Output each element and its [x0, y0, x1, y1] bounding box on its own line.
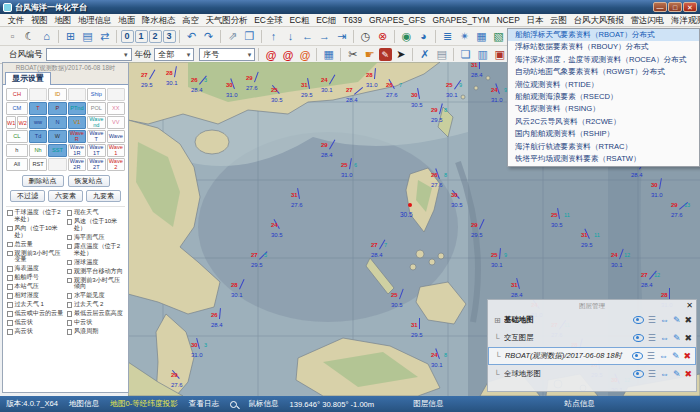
dropdown-menu-item[interactable]: 飞机探测资料（RSING）: [508, 103, 699, 115]
home-icon[interactable]: ⌂: [39, 29, 55, 44]
checkbox-item[interactable]: 低云或中云的云量: [6, 310, 66, 317]
menu-item-高空[interactable]: 高空: [179, 15, 203, 26]
checkbox[interactable]: [7, 251, 13, 257]
maximize-button[interactable]: □: [668, 2, 682, 12]
view-2-icon[interactable]: 2: [149, 30, 162, 43]
layer-row[interactable]: └全球地形图☰⇔✎✖: [488, 365, 696, 383]
checkbox-item[interactable]: 中云状: [66, 319, 126, 326]
checkbox[interactable]: [67, 269, 73, 275]
checkbox-item[interactable]: 过去天气 1: [6, 301, 66, 308]
search-icon[interactable]: [230, 401, 237, 408]
checkbox[interactable]: [7, 302, 13, 308]
night-mode-icon[interactable]: ☾: [22, 29, 38, 44]
dropdown-menu-item[interactable]: 国内船舶观测资料（RSHIP）: [508, 128, 699, 140]
element-button-cl[interactable]: CL: [6, 130, 28, 143]
step-left-icon[interactable]: ←: [300, 29, 316, 44]
element-button-all[interactable]: All: [6, 158, 28, 171]
station-grid-icon[interactable]: ▦: [321, 47, 337, 62]
step-right-icon[interactable]: →: [317, 29, 333, 44]
element-button-vv[interactable]: VV: [107, 116, 125, 129]
layer-order-icon[interactable]: ☰: [647, 351, 655, 361]
zoom-to-layer-icon[interactable]: ⇔: [660, 369, 669, 379]
edit-layer-icon[interactable]: ✎: [673, 315, 681, 325]
element-button-h[interactable]: h: [6, 144, 28, 157]
element-button-wave[interactable]: Wave: [107, 130, 125, 143]
checkbox-item[interactable]: 观测前3小时气压倾向: [66, 277, 126, 291]
menu-item-云图[interactable]: 云图: [547, 15, 571, 26]
element-button-wave-1r[interactable]: Wave 1R: [68, 144, 86, 157]
new-document-icon[interactable]: ❏: [458, 47, 474, 62]
visibility-eye-icon[interactable]: [633, 370, 644, 378]
dropdown-menu-item[interactable]: 铁塔平均场观测资料要素（RSATW）: [508, 153, 699, 165]
layer-stack-icon[interactable]: ≣: [440, 29, 456, 44]
edit-layer-icon[interactable]: ✎: [673, 369, 681, 379]
checkbox[interactable]: [7, 210, 13, 216]
checkbox-item[interactable]: 船舶呼号: [6, 274, 66, 281]
element-button-t[interactable]: T: [29, 102, 47, 115]
dropdown-menu-item[interactable]: 风云2C云导风资料（R2CWE）: [508, 116, 699, 128]
globe-day-icon[interactable]: ◉: [399, 29, 415, 44]
checkbox-item[interactable]: 干球温度（位于2 米处）: [6, 209, 66, 223]
checkbox-item[interactable]: 过去天气 2: [66, 301, 126, 308]
visibility-eye-icon[interactable]: [633, 316, 644, 324]
globe-night-icon[interactable]: ◕: [416, 29, 432, 44]
window-button-icon[interactable]: ▫: [5, 29, 21, 44]
compass-measure-icon[interactable]: ✗: [417, 47, 433, 62]
view-0-icon[interactable]: 0: [121, 30, 134, 43]
zoom-to-layer-icon[interactable]: ⇔: [660, 315, 669, 325]
tab-display-settings[interactable]: 显示设置: [5, 72, 51, 85]
element-button-p[interactable]: P: [48, 102, 66, 115]
element-button-w[interactable]: W: [48, 130, 66, 143]
title-bar[interactable]: 台风海洋一体化平台 — □ ✕: [0, 0, 700, 14]
element-button-cm[interactable]: CM: [6, 102, 28, 115]
element-button-id[interactable]: ID: [48, 88, 66, 101]
pan-hand-icon[interactable]: ☛: [362, 47, 378, 62]
layer-row[interactable]: ⊞基础地图☰⇔✎✖: [488, 311, 696, 329]
remove-layer-icon[interactable]: ✖: [684, 315, 692, 325]
element-button-wave-nd[interactable]: Wave nd: [87, 116, 105, 129]
element-button-nh[interactable]: Nh: [29, 144, 47, 157]
dropdown-menu-item[interactable]: 浮标站数据要素资料（RBOUY）分布式: [508, 41, 699, 53]
checkbox[interactable]: [67, 302, 73, 308]
checkbox[interactable]: [67, 278, 73, 284]
checkbox-item[interactable]: 海表温度: [6, 265, 66, 272]
element-button-sst[interactable]: SST: [48, 144, 66, 157]
checkbox[interactable]: [67, 293, 73, 299]
export-icon[interactable]: ⇗: [225, 29, 241, 44]
annotate-brush-icon[interactable]: ✎: [379, 48, 392, 61]
view-3-icon[interactable]: 3: [163, 30, 176, 43]
checkbox[interactable]: [7, 275, 13, 281]
checkbox-item[interactable]: 总云量: [6, 241, 66, 248]
element-button-wave-2[interactable]: Wave 2: [107, 158, 125, 171]
checkbox[interactable]: [7, 293, 13, 299]
typhoon-track-3-icon[interactable]: @: [297, 47, 313, 62]
element-button-wave-r[interactable]: Wave R: [68, 130, 86, 143]
element-button-v1[interactable]: V1: [68, 116, 86, 129]
checkbox-item[interactable]: 水平能见度: [66, 292, 126, 299]
undo-icon[interactable]: ↶: [184, 29, 200, 44]
checkbox[interactable]: [67, 260, 73, 266]
dropdown-menu-item[interactable]: 自动站地面气象要素资料（RGWST）分布式: [508, 66, 699, 78]
year-combobox[interactable]: 全部▾: [154, 48, 194, 61]
checkbox-item[interactable]: 海平面气压: [66, 234, 126, 241]
step-down-icon[interactable]: ↓: [283, 29, 299, 44]
data-table-icon[interactable]: ▦: [474, 29, 490, 44]
satellite-icon[interactable]: ✴: [457, 29, 473, 44]
element-button-pol[interactable]: POL: [87, 102, 105, 115]
link-views-icon[interactable]: ⇄: [97, 29, 113, 44]
checkbox-item[interactable]: 湿球温度: [66, 259, 126, 266]
element-button-W2[interactable]: W2: [17, 116, 27, 129]
dropdown-menu-item[interactable]: 潮位观测资料（RTIDE）: [508, 79, 699, 91]
checkbox-item[interactable]: 露点温度（位于2 米处）: [66, 243, 126, 257]
open-folder-icon[interactable]: ❒: [242, 29, 258, 44]
checkbox[interactable]: [7, 266, 13, 272]
element-button-ship[interactable]: Ship: [87, 88, 105, 101]
checkbox[interactable]: [67, 210, 73, 216]
menu-item-日本[interactable]: 日本: [523, 15, 547, 26]
checkbox[interactable]: [67, 311, 73, 317]
menu-item-NCEP[interactable]: NCEP: [493, 15, 523, 25]
remove-layer-icon[interactable]: ✖: [684, 369, 692, 379]
checkbox[interactable]: [67, 219, 73, 225]
checkbox-item[interactable]: 风向（位于10米处）: [6, 225, 66, 239]
layer-order-icon[interactable]: ☰: [648, 315, 656, 325]
